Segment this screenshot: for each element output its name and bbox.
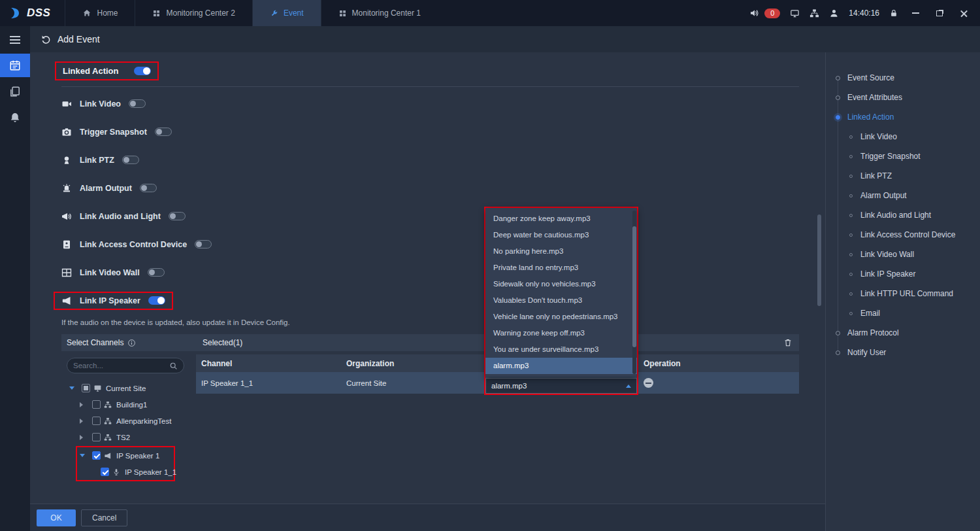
nav-item-link-ptz[interactable]: Link PTZ [826, 166, 980, 186]
rail-item-event-config[interactable] [0, 54, 30, 77]
menu-icon[interactable] [10, 39, 20, 41]
dropdown-option[interactable]: Warning zone keep off.mp3 [485, 325, 637, 341]
close-button[interactable] [956, 6, 971, 20]
link-video-wall-toggle[interactable] [148, 268, 165, 277]
nav-item-linked-action[interactable]: Linked Action [826, 107, 980, 127]
tab-event[interactable]: Event [252, 0, 321, 26]
audio-select-input[interactable]: alarm.mp3 [485, 378, 637, 394]
dropdown-scrollbar-thumb[interactable] [632, 226, 636, 347]
tree-node-current-site[interactable]: Current Site [61, 380, 192, 396]
remove-row-button[interactable] [644, 378, 653, 388]
tab-label: Monitoring Center 1 [352, 9, 421, 18]
checkbox-ip-speaker-1[interactable] [92, 451, 101, 460]
main-content: Linked Action Link Video T [30, 52, 825, 504]
dropdown-option[interactable]: Valuables Don't touch.mp3 [485, 292, 637, 309]
back-button[interactable] [41, 34, 51, 44]
nav-label: Alarm Output [860, 191, 907, 200]
checkbox-ts2[interactable] [92, 433, 101, 441]
chevron-down-icon[interactable] [69, 386, 74, 390]
audio-dropdown-list: Danger zone keep away.mp3 Deep water be … [485, 208, 637, 377]
alarm-output-toggle[interactable] [140, 184, 157, 192]
app-logo: DSS [0, 0, 65, 26]
step-dot [836, 331, 840, 335]
search-icon[interactable] [169, 362, 178, 370]
dropdown-option[interactable]: Private land no entry.mp3 [485, 260, 637, 276]
nav-item-link-http-url-command[interactable]: Link HTTP URL Command [826, 284, 980, 303]
step-dot [849, 253, 853, 256]
video-camera-icon [61, 99, 73, 109]
device-tree: Current Site Building1 [61, 380, 192, 481]
tree-label: IP Speaker 1_1 [125, 468, 176, 476]
volume-icon[interactable] [749, 8, 760, 18]
rail-item-alarm-config[interactable] [0, 106, 30, 129]
checkbox-allenparkingtest[interactable] [92, 417, 101, 425]
chevron-right-icon[interactable] [80, 402, 83, 407]
trigger-snapshot-toggle[interactable] [155, 128, 172, 136]
nav-label: Link HTTP URL Command [860, 289, 953, 298]
tab-monitoring-center-2[interactable]: Monitoring Center 2 [135, 0, 252, 26]
selected-count-title: Selected(1) [196, 338, 242, 347]
nav-item-alarm-protocol[interactable]: Alarm Protocol [826, 323, 980, 343]
chevron-down-icon[interactable] [80, 454, 85, 457]
dropdown-option[interactable]: You are under surveillance.mp3 [485, 341, 637, 358]
step-dot [849, 175, 853, 178]
nav-item-link-access-control-device[interactable]: Link Access Control Device [826, 225, 980, 245]
tree-node-building1[interactable]: Building1 [61, 396, 192, 413]
step-dot [836, 95, 840, 100]
nav-item-event-source[interactable]: Event Source [826, 68, 980, 88]
main-scrollbar-thumb[interactable] [817, 214, 821, 306]
dropdown-option[interactable]: No parking here.mp3 [485, 243, 637, 260]
dropdown-option[interactable]: Danger zone keep away.mp3 [485, 211, 637, 227]
nav-item-email[interactable]: Email [826, 303, 980, 323]
search-input[interactable] [73, 362, 169, 369]
nav-item-event-attributes[interactable]: Event Attributes [826, 88, 980, 107]
info-icon[interactable] [127, 339, 136, 347]
tab-label: Home [97, 9, 118, 18]
nav-item-link-ip-speaker[interactable]: Link IP Speaker [826, 264, 980, 284]
delete-all-icon[interactable] [783, 338, 792, 347]
dropdown-option[interactable]: Deep water be cautious.mp3 [485, 227, 637, 243]
sitemap-icon[interactable] [809, 9, 819, 18]
link-audio-light-toggle[interactable] [169, 212, 186, 220]
chevron-right-icon[interactable] [80, 435, 83, 440]
link-video-toggle[interactable] [129, 99, 146, 108]
rail-item-documents[interactable] [0, 80, 30, 103]
nav-item-link-video-wall[interactable]: Link Video Wall [826, 245, 980, 264]
ip-speaker-icon [61, 296, 73, 306]
tree-node-ip-speaker-1[interactable]: IP Speaker 1 [77, 447, 174, 464]
lock-icon[interactable] [889, 9, 898, 18]
minimize-button[interactable] [908, 6, 923, 20]
checkbox-ip-speaker-1-1[interactable] [101, 468, 109, 476]
dropdown-option[interactable]: Vehicle lane only no pedestrians.mp3 [485, 309, 637, 325]
ok-button[interactable]: OK [37, 509, 76, 526]
nav-item-trigger-snapshot[interactable]: Trigger Snapshot [826, 146, 980, 166]
cancel-button[interactable]: Cancel [81, 509, 127, 526]
nav-item-link-audio-and-light[interactable]: Link Audio and Light [826, 205, 980, 225]
link-ptz-toggle[interactable] [122, 156, 139, 164]
nav-label: Link PTZ [860, 171, 892, 180]
link-access-control-toggle[interactable] [195, 240, 212, 248]
dropdown-option[interactable]: Sidewalk only no vehicles.mp3 [485, 276, 637, 292]
maximize-button[interactable] [932, 6, 947, 20]
search-box[interactable] [67, 358, 184, 373]
linked-action-toggle[interactable] [134, 67, 151, 75]
organization-icon [104, 401, 113, 409]
annotation-box-ip-speaker-tree: IP Speaker 1 IP Speaker 1_1 [76, 446, 175, 481]
nav-item-notify-user[interactable]: Notify User [826, 343, 980, 362]
nav-item-alarm-output[interactable]: Alarm Output [826, 186, 980, 205]
checkbox-building1[interactable] [92, 400, 101, 409]
screen-icon[interactable] [790, 9, 800, 18]
user-icon[interactable] [829, 9, 839, 18]
nav-label: Alarm Protocol [847, 328, 899, 337]
tree-label: IP Speaker 1 [116, 452, 159, 460]
tree-node-allenparkingtest[interactable]: AllenparkingTest [61, 413, 192, 429]
tree-node-ip-speaker-1-1[interactable]: IP Speaker 1_1 [77, 464, 174, 480]
nav-item-link-video[interactable]: Link Video [826, 127, 980, 146]
link-ip-speaker-toggle[interactable] [148, 296, 165, 305]
tab-home[interactable]: Home [65, 0, 135, 26]
dropdown-option-selected[interactable]: alarm.mp3 [485, 358, 637, 374]
tab-monitoring-center-1[interactable]: Monitoring Center 1 [321, 0, 438, 26]
tree-node-ts2[interactable]: TS2 [61, 429, 192, 445]
checkbox-current-site[interactable] [82, 384, 90, 392]
chevron-right-icon[interactable] [80, 419, 83, 424]
